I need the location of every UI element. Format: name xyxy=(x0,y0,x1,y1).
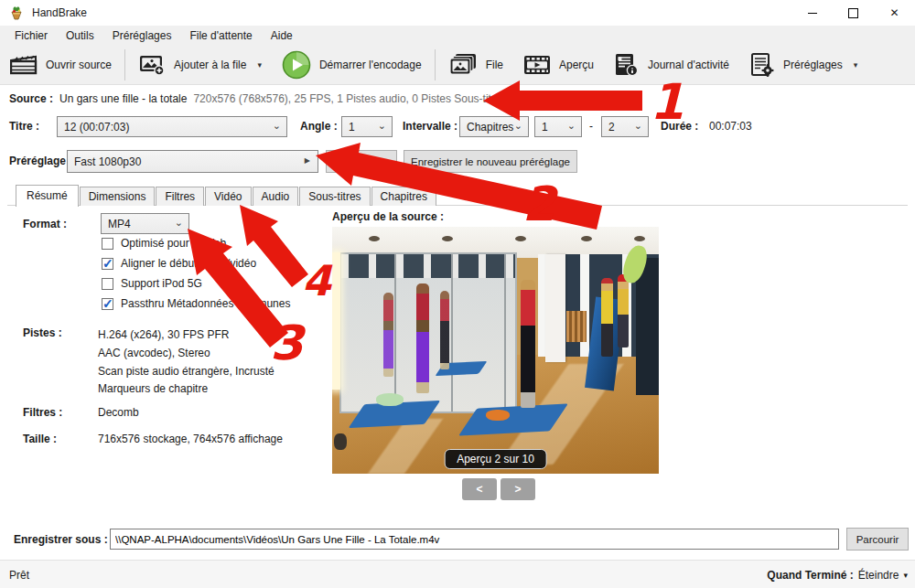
checkbox-metadata[interactable]: ✓ Passthru Métadonnées communes xyxy=(102,297,290,310)
chevron-down-icon: ⌄ xyxy=(634,121,642,131)
close-icon: ✕ xyxy=(889,7,899,18)
menu-fichier[interactable]: Fichier xyxy=(5,26,57,45)
close-button[interactable]: ✕ xyxy=(874,0,915,26)
preview-prev-button[interactable]: < xyxy=(462,478,497,500)
preview-column xyxy=(545,254,565,362)
size-value: 716x576 stockage, 764x576 affichage xyxy=(98,433,283,445)
status-text: Prêt xyxy=(9,569,29,582)
title-bar: HandBrake ✕ xyxy=(0,0,915,26)
start-encode-button[interactable]: Démarrer l'encodage xyxy=(272,48,432,82)
status-bar: Prêt Quand Terminé : Éteindre ▾ xyxy=(0,560,915,588)
preview-person-center xyxy=(521,280,535,408)
tab-chapitres[interactable]: Chapitres xyxy=(371,187,436,206)
preview-counter-badge: Aperçu 2 sur 10 xyxy=(444,449,547,469)
source-row: Source : Un gars une fille - la totale 7… xyxy=(9,92,507,105)
preview-person-right xyxy=(601,278,613,357)
queue-button[interactable]: File xyxy=(438,48,513,82)
menu-outils[interactable]: Outils xyxy=(57,26,103,45)
open-source-label: Ouvrir source xyxy=(46,59,112,71)
add-to-queue-icon xyxy=(138,54,166,76)
presets-button[interactable]: Préréglages ▾ xyxy=(739,48,867,82)
tab-audio[interactable]: Audio xyxy=(253,187,299,206)
when-done-value: Éteindre xyxy=(858,569,899,582)
format-select[interactable]: MP4 ⌄ xyxy=(101,213,189,234)
minimize-button[interactable] xyxy=(791,0,833,26)
preset-dropdown[interactable]: Fast 1080p30 ▶ xyxy=(67,150,318,173)
checkbox-ipod[interactable]: ✓ Support iPod 5G xyxy=(102,277,202,290)
queue-label: File xyxy=(486,59,503,71)
source-details: 720x576 (768x576), 25 FPS, 1 Pistes audi… xyxy=(193,92,506,105)
filters-label: Filtres : xyxy=(23,406,62,419)
browse-label: Parcourir xyxy=(856,534,899,545)
toolbar: Ouvrir source Ajouter à la file ▾ Démar xyxy=(0,45,915,85)
tab-sous-titres[interactable]: Sous-titres xyxy=(299,187,370,206)
checkbox-web-optimized[interactable]: ✓ Optimisé pour le Web xyxy=(102,237,226,250)
format-label: Format : xyxy=(23,218,67,230)
checkbox-align-av[interactable]: ✓ Aligner le début audio/vidéo xyxy=(102,257,256,270)
save-new-preset-button[interactable]: Enregistrer le nouveau préréglage xyxy=(404,150,577,173)
checkbox-icon: ✓ xyxy=(102,278,113,290)
activity-log-button[interactable]: Journal d'activité xyxy=(604,48,739,82)
maximize-button[interactable] xyxy=(833,0,874,26)
filters-value: Decomb xyxy=(98,406,139,419)
check-icon: ✓ xyxy=(102,296,113,311)
format-value: MP4 xyxy=(108,218,131,230)
preview-counter-text: Aperçu 2 sur 10 xyxy=(457,453,534,465)
annotation-number-3: 3 xyxy=(270,315,307,370)
angle-select[interactable]: 1 ⌄ xyxy=(341,116,393,137)
activity-log-icon xyxy=(614,53,640,77)
preview-person-reflection xyxy=(440,291,449,369)
tab-resume[interactable]: Résumé xyxy=(16,185,79,207)
menu-file-attente[interactable]: File d'attente xyxy=(180,26,261,45)
reload-button[interactable]: Recharger xyxy=(326,150,397,173)
browse-button[interactable]: Parcourir xyxy=(846,528,909,551)
add-to-queue-button[interactable]: Ajouter à la file ▾ xyxy=(128,48,272,82)
duration-label: Durée : xyxy=(661,120,698,133)
presets-label: Préréglages xyxy=(783,59,843,71)
save-path-input[interactable] xyxy=(110,529,839,550)
title-select[interactable]: 12 (00:07:03) ⌄ xyxy=(57,116,287,137)
chevron-down-icon: ⌄ xyxy=(175,218,183,228)
tab-strip: Résumé Dimensions Filtres Vidéo Audio So… xyxy=(16,186,437,206)
presets-icon xyxy=(749,53,775,77)
annotation-number-2: 2 xyxy=(522,176,559,231)
preview-wooden-sticks xyxy=(566,311,587,342)
when-done-label: Quand Terminé : xyxy=(767,569,853,582)
open-source-button[interactable]: Ouvrir source xyxy=(0,48,122,82)
tab-dimensions[interactable]: Dimensions xyxy=(80,187,156,206)
range-type-select[interactable]: Chapitres ⌄ xyxy=(459,116,529,137)
tab-video[interactable]: Vidéo xyxy=(205,187,251,206)
check-icon: ✓ xyxy=(102,256,113,271)
range-to-value: 2 xyxy=(608,121,615,134)
track-item: Marqueurs de chapitre xyxy=(98,380,274,399)
preview-floor-object xyxy=(334,433,347,450)
chevron-down-icon: ▾ xyxy=(257,60,262,69)
checkbox-label: Optimisé pour le Web xyxy=(121,237,226,250)
source-label: Source : xyxy=(9,92,53,105)
range-from-select[interactable]: 1 ⌄ xyxy=(534,116,582,137)
queue-icon xyxy=(448,53,478,77)
activity-log-label: Journal d'activité xyxy=(648,59,729,71)
add-to-queue-label: Ajouter à la file xyxy=(174,59,246,71)
preview-next-button[interactable]: > xyxy=(501,478,535,500)
annotation-arrow-4 xyxy=(240,205,308,287)
menu-prereglages[interactable]: Préréglages xyxy=(103,26,181,45)
preset-label: Préréglage : xyxy=(9,155,72,167)
track-item: Scan piste audio étrangère, Incrusté xyxy=(98,363,274,381)
reload-label: Recharger xyxy=(337,156,386,167)
handbrake-logo-icon xyxy=(8,5,25,21)
preview-button[interactable]: Aperçu xyxy=(513,48,604,82)
tab-filtres[interactable]: Filtres xyxy=(156,187,204,206)
preview-mirror-frame xyxy=(504,254,506,412)
chevron-down-icon: ▾ xyxy=(903,571,908,580)
preview-label: Aperçu xyxy=(559,59,594,71)
range-to-select[interactable]: 2 ⌄ xyxy=(601,116,649,137)
when-done-control[interactable]: Quand Terminé : Éteindre ▾ xyxy=(767,569,908,582)
chevron-down-icon: ⌄ xyxy=(378,121,386,131)
menu-aide[interactable]: Aide xyxy=(262,26,302,45)
preview-person-reflection xyxy=(383,293,393,377)
annotation-number-4: 4 xyxy=(302,256,333,305)
preview-person-right xyxy=(618,274,629,347)
chevron-down-icon: ⌄ xyxy=(514,121,522,131)
size-label: Taille : xyxy=(23,433,57,445)
